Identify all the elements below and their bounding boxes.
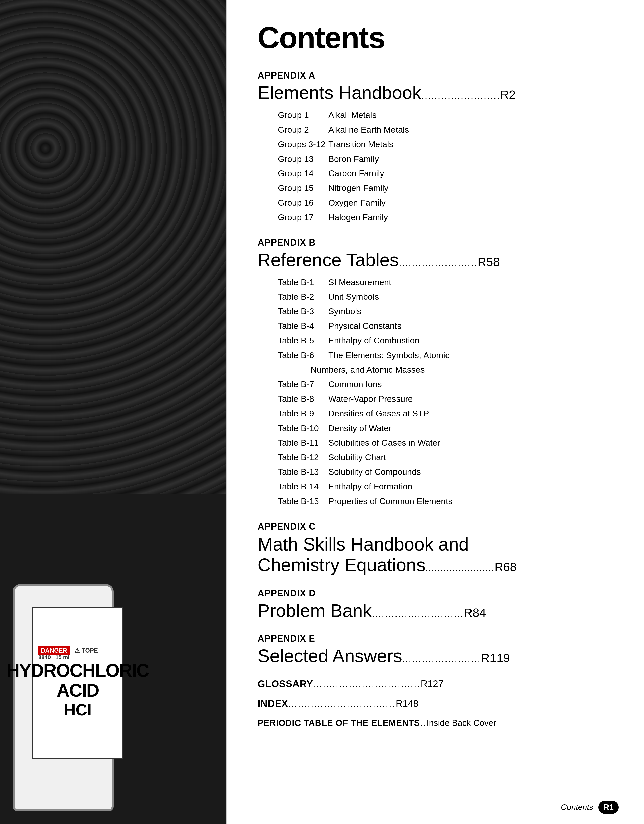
periodic-table-page: Inside Back Cover [427,718,496,728]
list-item: Group 17Halogen Family [278,210,619,225]
list-item: Table B-1SI Measurement [278,275,619,290]
periodic-table-dots: .. [420,718,427,728]
list-item: Group 15Nitrogen Family [278,181,619,195]
appendix-d-title-row: Problem Bank............................… [258,601,619,621]
appendix-c-title-line2: Chemistry Equations [258,555,425,575]
index-item: INDEX.................................R1… [258,698,619,709]
footer-page-badge: R1 [598,801,619,814]
appendix-c-label: APPENDIX C [258,521,619,532]
list-item: Group 13Boron Family [278,152,619,166]
appendix-e-dots: ........................ [402,654,481,664]
appendix-e-label: APPENDIX E [258,633,619,644]
bottle-formula: HCl [64,701,92,719]
index-dots: ................................. [288,699,395,709]
appendix-e-section: APPENDIX E Selected Answers.............… [258,633,619,666]
bottle-main-text-line2: ACID [57,681,99,701]
periodic-table-item: PERIODIC TABLE OF THE ELEMENTS..Inside B… [258,718,619,728]
appendix-a-dots: ........................ [421,91,500,101]
glossary-row: GLOSSARY................................… [258,678,619,689]
bottle-main-text-line1: HYDROCHLORIC [6,661,149,681]
appendix-b-label: APPENDIX B [258,237,619,248]
glossary-dots: ................................. [313,680,421,689]
appendix-a-label: APPENDIX A [258,70,619,81]
appendix-d-section: APPENDIX D Problem Bank.................… [258,588,619,621]
page-title: Contents [258,20,619,55]
list-item: Table B-10Density of Water [278,421,619,436]
periodic-table-label: PERIODIC TABLE OF THE ELEMENTS [258,718,420,728]
appendix-c-title-line1: Math Skills Handbook and [258,534,619,555]
periodic-table-row: PERIODIC TABLE OF THE ELEMENTS..Inside B… [258,718,619,728]
appendix-d-title: Problem Bank [258,601,372,621]
appendix-a-section: APPENDIX A Elements Handbook............… [258,70,619,225]
left-panel: DANGER ⚠ TOPE 8840 15 ml HYDROCHLORIC AC… [0,0,227,824]
list-item: Table B-8Water-Vapor Pressure [278,392,619,406]
footer-label: Contents [561,802,593,812]
list-item: Table B-12Solubility Chart [278,450,619,465]
bottle-label: DANGER ⚠ TOPE 8840 15 ml HYDROCHLORIC AC… [32,607,123,759]
list-item: Table B-3Symbols [278,304,619,319]
appendix-a-sub-items: Group 1Alkali Metals Group 2Alkaline Ear… [278,108,619,224]
appendix-b-sub-items: Table B-1SI Measurement Table B-2Unit Sy… [278,275,619,509]
list-item: Table B-2Unit Symbols [278,290,619,304]
appendix-d-label: APPENDIX D [258,588,619,599]
list-item: Group 1Alkali Metals [278,108,619,123]
glossary-item: GLOSSARY................................… [258,678,619,689]
list-item: Table B-5Enthalpy of Combustion [278,334,619,348]
appendix-e-page: R119 [481,652,510,665]
index-page: R148 [396,698,419,709]
bottle-brand: DANGER ⚠ TOPE 8840 15 ml [38,647,117,661]
list-item: Table B-4Physical Constants [278,319,619,334]
list-item: Group 2Alkaline Earth Metals [278,123,619,137]
appendix-c-title: Math Skills Handbook and Chemistry Equat… [258,534,619,576]
list-item: Table B-6The Elements: Symbols, Atomic [278,348,619,363]
glossary-label: GLOSSARY [258,678,313,689]
list-item: Groups 3-12Transition Metals [278,137,619,152]
list-item: Table B-15Properties of Common Elements [278,494,619,509]
appendix-c-section: APPENDIX C Math Skills Handbook and Chem… [258,521,619,576]
appendix-b-title-row: Reference Tables........................… [258,250,619,270]
page-footer: Contents R1 [561,801,619,814]
appendix-d-page: R84 [464,606,486,620]
appendix-c-dots: ....................... [425,564,494,573]
appendix-b-title: Reference Tables [258,250,399,270]
appendix-a-page: R2 [500,88,515,102]
list-item: Table B-7Common Ions [278,377,619,392]
right-panel: Contents APPENDIX A Elements Handbook...… [227,0,644,824]
index-row: INDEX.................................R1… [258,698,619,709]
background-texture [0,0,227,495]
appendix-a-title-row: Elements Handbook.......................… [258,83,619,103]
list-item: Table B-9Densities of Gases at STP [278,406,619,421]
appendix-e-title: Selected Answers [258,646,402,666]
list-item: Table B-13Solubility of Compounds [278,465,619,479]
appendix-b-section: APPENDIX B Reference Tables.............… [258,237,619,509]
glossary-page: R127 [421,678,443,689]
list-item: Group 16Oxygen Family [278,195,619,210]
bottle: DANGER ⚠ TOPE 8840 15 ml HYDROCHLORIC AC… [12,584,114,812]
appendix-a-title: Elements Handbook [258,83,421,103]
appendix-d-dots: ............................ [372,609,464,619]
list-item: Table B-11Solubilities of Gases in Water [278,436,619,450]
list-item: Numbers, and Atomic Masses [310,363,619,377]
appendix-c-page: R68 [495,560,517,574]
list-item: Table B-14Enthalpy of Formation [278,479,619,494]
appendix-b-page: R58 [478,255,500,269]
list-item: Group 14Carbon Family [278,166,619,181]
appendix-b-dots: ........................ [399,258,478,268]
appendix-c-title-line2-row: Chemistry Equations.....................… [258,555,619,575]
appendix-e-title-row: Selected Answers........................… [258,646,619,666]
index-label: INDEX [258,698,288,709]
